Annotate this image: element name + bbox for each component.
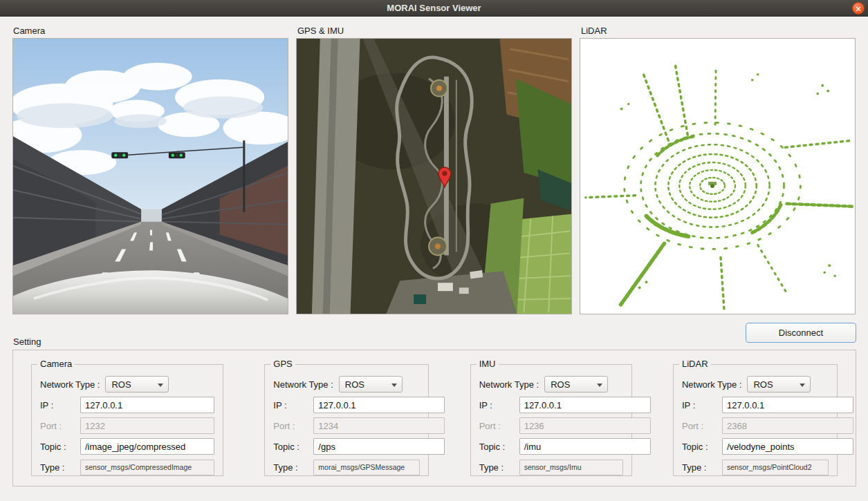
camera-port-label: Port : — [40, 421, 80, 431]
imu-topic-label: Topic : — [479, 442, 519, 452]
gps-group-title: GPS — [270, 359, 295, 369]
close-icon[interactable]: ✕ — [852, 2, 865, 15]
camera-ip-label: IP : — [40, 400, 80, 410]
lidar-settings-group: LiDAR Network Type : ROS IP : Port : Top… — [673, 364, 838, 476]
lidar-port-input — [722, 417, 853, 434]
gps-topic-input[interactable] — [313, 438, 445, 455]
camera-view-panel — [12, 38, 288, 314]
imu-settings-group: IMU Network Type : ROS IP : Port : Topic… — [470, 364, 632, 476]
gps-imu-panel-label: GPS & IMU — [297, 26, 344, 36]
camera-ip-input[interactable] — [80, 397, 214, 413]
lidar-network-type-label: Network Type : — [682, 379, 741, 390]
imu-network-type-label: Network Type : — [479, 379, 539, 390]
lidar-panel-label: LiDAR — [581, 26, 607, 36]
camera-group-title: Camera — [37, 359, 75, 369]
camera-topic-label: Topic : — [40, 442, 80, 452]
gps-network-type-label: Network Type : — [273, 379, 333, 390]
gps-port-label: Port : — [273, 421, 313, 431]
imu-group-title: IMU — [477, 359, 499, 369]
imu-topic-input[interactable] — [519, 438, 651, 455]
imu-port-label: Port : — [479, 421, 519, 431]
camera-settings-group: Camera Network Type : ROS IP : Port : To… — [31, 364, 223, 476]
gps-type-input — [313, 460, 420, 475]
gps-topic-label: Topic : — [273, 442, 313, 452]
lidar-pointcloud-image — [580, 39, 855, 314]
lidar-group-title: LiDAR — [679, 359, 711, 369]
camera-panel-label: Camera — [13, 26, 45, 36]
camera-port-input — [80, 417, 214, 434]
gps-map-panel — [296, 38, 572, 314]
imu-ip-label: IP : — [479, 400, 519, 410]
camera-type-input — [80, 460, 214, 475]
gps-ip-input[interactable] — [313, 397, 445, 413]
window-title: MORAI Sensor Viewer — [387, 3, 481, 13]
gps-network-type-value: ROS — [345, 379, 364, 390]
lidar-network-type-value: ROS — [753, 379, 773, 390]
camera-network-type-label: Network Type : — [40, 379, 100, 390]
camera-topic-input[interactable] — [80, 438, 214, 455]
imu-type-input — [519, 460, 623, 475]
camera-network-type-select[interactable]: ROS — [105, 376, 169, 393]
disconnect-button[interactable]: Disconnect — [746, 323, 856, 343]
imu-network-type-value: ROS — [551, 379, 570, 390]
gps-port-input — [313, 417, 445, 434]
camera-network-type-value: ROS — [111, 379, 131, 390]
imu-type-label: Type : — [479, 462, 519, 473]
lidar-port-label: Port : — [682, 421, 722, 431]
gps-settings-group: GPS Network Type : ROS IP : Port : Topic… — [264, 364, 429, 476]
lidar-topic-label: Topic : — [682, 442, 722, 452]
lidar-ip-label: IP : — [682, 400, 722, 410]
gps-type-label: Type : — [273, 462, 313, 473]
lidar-type-input — [722, 460, 829, 475]
lidar-topic-input[interactable] — [722, 438, 853, 455]
setting-section-label: Setting — [13, 337, 41, 347]
camera-feed-image — [13, 39, 288, 314]
gps-network-type-select[interactable]: ROS — [339, 376, 403, 393]
gps-ip-label: IP : — [273, 400, 313, 410]
imu-network-type-select[interactable]: ROS — [544, 376, 608, 393]
lidar-network-type-select[interactable]: ROS — [747, 376, 811, 393]
chevron-down-icon — [800, 384, 805, 387]
imu-port-input — [519, 417, 651, 434]
camera-type-label: Type : — [40, 462, 80, 473]
lidar-view-panel — [580, 38, 856, 314]
lidar-type-label: Type : — [682, 462, 722, 473]
titlebar: MORAI Sensor Viewer ✕ — [0, 0, 868, 17]
lidar-ip-input[interactable] — [722, 397, 853, 413]
chevron-down-icon — [597, 384, 602, 387]
chevron-down-icon — [158, 384, 163, 387]
chevron-down-icon — [391, 384, 397, 387]
satellite-map-image — [297, 39, 571, 314]
setting-groupbox: Camera Network Type : ROS IP : Port : To… — [12, 350, 856, 486]
imu-ip-input[interactable] — [519, 397, 651, 413]
